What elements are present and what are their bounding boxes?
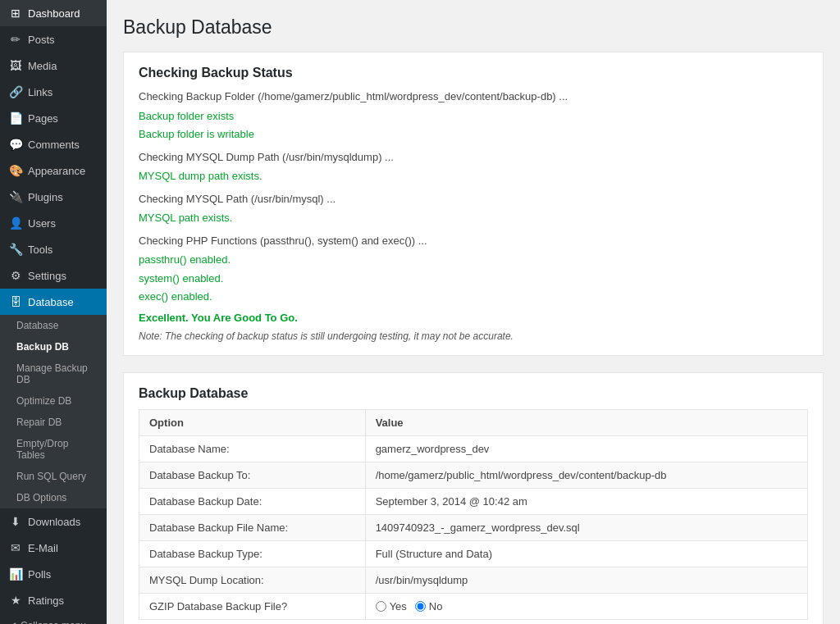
sidebar-item-users[interactable]: 👤 Users (0, 210, 107, 236)
sidebar-item-label: Pages (28, 112, 58, 125)
status-line-mysql-dump-check: Checking MYSQL Dump Path (/usr/bin/mysql… (139, 149, 808, 166)
sidebar-item-email[interactable]: ✉ E-Mail (0, 535, 107, 561)
table-row: MYSQL Dump Location:/usr/bin/mysqldump (139, 567, 808, 593)
sidebar-item-label: Appearance (28, 165, 85, 177)
checking-status-title: Checking Backup Status (139, 66, 808, 80)
dashboard-icon: ⊞ (8, 7, 23, 20)
status-excellent: Excellent. You Are Good To Go. (139, 312, 808, 324)
submenu-item-database[interactable]: Database (0, 315, 107, 336)
sidebar-item-label: Settings (28, 270, 66, 282)
status-line-folder-writable: Backup folder is writable (139, 126, 808, 143)
status-line-mysql-dump-exists: MYSQL dump path exists. (139, 168, 808, 184)
sidebar-item-label: Ratings (28, 594, 64, 607)
submenu-item-db-options[interactable]: DB Options (0, 487, 107, 508)
sidebar: ⊞ Dashboard ✏ Posts 🖼 Media 🔗 Links 📄 Pa… (0, 0, 107, 624)
plugins-icon: 🔌 (8, 190, 23, 203)
sidebar-item-media[interactable]: 🖼 Media (0, 52, 107, 79)
submenu-item-empty-drop-tables[interactable]: Empty/Drop Tables (0, 433, 107, 466)
sidebar-item-label: Users (28, 217, 56, 230)
sidebar-item-links[interactable]: 🔗 Links (0, 79, 107, 105)
table-header-option: Option (139, 409, 366, 435)
sidebar-item-label: Plugins (28, 191, 63, 203)
collapse-menu-button[interactable]: ◀ Collapse menu (0, 613, 107, 624)
status-line-passthru-enabled: passthru() enabled. (139, 252, 808, 268)
gzip-row: GZIP Database Backup File? Yes No (139, 593, 808, 619)
status-line-folder-check: Checking Backup Folder (/home/gamerz/pub… (139, 89, 808, 105)
gzip-no-label[interactable]: No (415, 600, 443, 613)
sidebar-item-database[interactable]: 🗄 Database (0, 289, 107, 315)
sidebar-item-label: Downloads (28, 516, 80, 528)
sidebar-item-ratings[interactable]: ★ Ratings (0, 587, 107, 613)
table-row: Database Backup Date:September 3, 2014 @… (139, 488, 808, 514)
gzip-no-radio[interactable] (415, 601, 426, 612)
table-header-value: Value (365, 409, 807, 435)
sidebar-item-settings[interactable]: ⚙ Settings (0, 262, 107, 289)
sidebar-item-label: Links (28, 86, 52, 98)
status-line-mysql-path-check: Checking MYSQL Path (/usr/bin/mysql) ... (139, 191, 808, 207)
gzip-yes-label[interactable]: Yes (376, 600, 407, 613)
sidebar-item-posts[interactable]: ✏ Posts (0, 26, 107, 52)
sidebar-item-pages[interactable]: 📄 Pages (0, 105, 107, 131)
submenu-item-backup-db[interactable]: Backup DB (0, 336, 107, 358)
ratings-icon: ★ (8, 594, 23, 607)
pages-icon: 📄 (8, 112, 23, 125)
sidebar-item-label: Dashboard (28, 7, 80, 20)
status-line-exec-enabled: exec() enabled. (139, 289, 808, 305)
sidebar-item-dashboard[interactable]: ⊞ Dashboard (0, 0, 107, 26)
comments-icon: 💬 (8, 138, 23, 151)
email-icon: ✉ (8, 541, 23, 554)
gzip-yes-radio[interactable] (376, 601, 386, 612)
media-icon: 🖼 (8, 59, 23, 72)
sidebar-item-appearance[interactable]: 🎨 Appearance (0, 157, 107, 184)
status-line-mysql-path-exists: MYSQL path exists. (139, 210, 808, 226)
status-line-system-enabled: system() enabled. (139, 271, 808, 287)
table-row: Database Backup Type:Full (Structure and… (139, 540, 808, 567)
backup-database-section: Backup Database Option Value Database Na… (123, 372, 824, 625)
sidebar-item-plugins[interactable]: 🔌 Plugins (0, 184, 107, 210)
backup-table: Option Value Database Name:gamerz_wordpr… (139, 409, 808, 620)
table-row: Database Name:gamerz_wordpress_dev (139, 435, 808, 462)
submenu-item-manage-backup-db[interactable]: Manage Backup DB (0, 358, 107, 390)
table-row: Database Backup File Name:1409740923_-_g… (139, 514, 808, 540)
status-note: Note: The checking of backup status is s… (139, 330, 808, 342)
submenu-item-optimize-db[interactable]: Optimize DB (0, 390, 107, 412)
posts-icon: ✏ (8, 33, 23, 46)
appearance-icon: 🎨 (8, 164, 23, 177)
links-icon: 🔗 (8, 85, 23, 98)
sidebar-item-polls[interactable]: 📊 Polls (0, 561, 107, 587)
sidebar-item-label: Database (28, 296, 74, 308)
status-line-php-functions-check: Checking PHP Functions (passthru(), syst… (139, 233, 808, 249)
sidebar-item-label: Tools (28, 244, 52, 256)
collapse-arrow-icon: ◀ (8, 620, 16, 624)
database-submenu: Database Backup DB Manage Backup DB Opti… (0, 315, 107, 508)
sidebar-item-comments[interactable]: 💬 Comments (0, 131, 107, 157)
sidebar-item-tools[interactable]: 🔧 Tools (0, 236, 107, 262)
polls-icon: 📊 (8, 567, 23, 581)
checking-status-section: Checking Backup Status Checking Backup F… (123, 52, 824, 356)
database-icon: 🗄 (8, 295, 23, 308)
sidebar-item-label: Posts (28, 34, 55, 46)
sidebar-item-label: Comments (28, 139, 80, 151)
downloads-icon: ⬇ (8, 515, 23, 528)
status-line-folder-exists: Backup folder exists (139, 108, 808, 125)
sidebar-item-label: E-Mail (28, 542, 58, 554)
table-row: Database Backup To:/home/gamerz/public_h… (139, 462, 808, 488)
submenu-item-run-sql-query[interactable]: Run SQL Query (0, 466, 107, 487)
tools-icon: 🔧 (8, 243, 23, 256)
sidebar-item-label: Polls (28, 568, 51, 581)
backup-database-title: Backup Database (139, 386, 808, 401)
users-icon: 👤 (8, 216, 23, 230)
main-content: Backup Database Checking Backup Status C… (107, 0, 840, 624)
settings-icon: ⚙ (8, 269, 23, 282)
submenu-item-repair-db[interactable]: Repair DB (0, 412, 107, 433)
sidebar-item-label: Media (28, 60, 57, 72)
gzip-radio-group: Yes No (376, 600, 797, 613)
sidebar-item-downloads[interactable]: ⬇ Downloads (0, 508, 107, 535)
page-title: Backup Database (123, 16, 824, 39)
